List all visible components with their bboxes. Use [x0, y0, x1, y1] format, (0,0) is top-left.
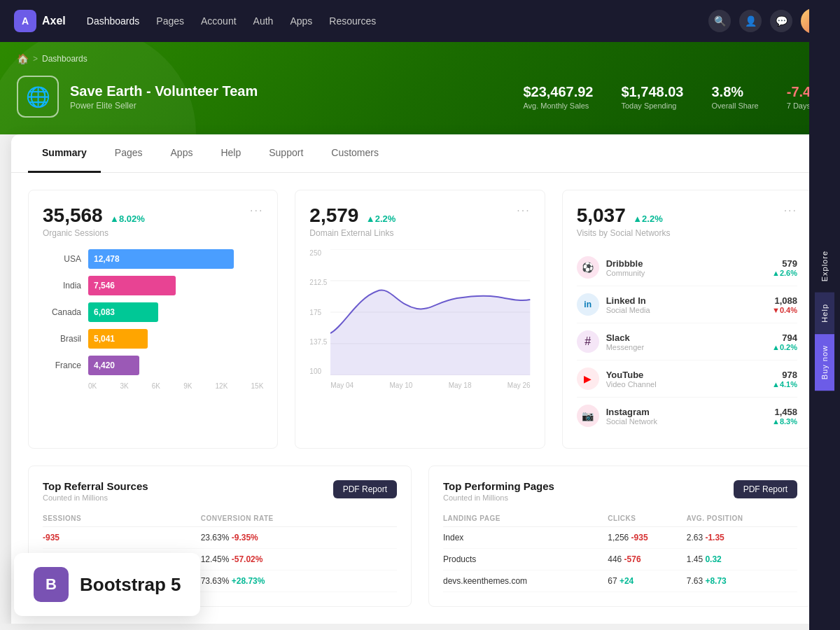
social-value: 579	[772, 258, 797, 269]
social-type: Social Network	[606, 417, 765, 426]
nav-link-apps[interactable]: Apps	[290, 15, 312, 27]
stat-monthly-sales: $23,467.92 Avg. Monthly Sales	[523, 84, 593, 110]
line-chart: 250 212.5 175 137.5 100	[309, 249, 530, 389]
social-stats: 978 ▲4.1%	[772, 370, 797, 388]
section-header: Top Referral Sources Counted in Millions…	[43, 480, 397, 502]
breadcrumb-home[interactable]: 🏠	[17, 53, 29, 64]
col-avg-pos: AVG. POSITION	[687, 510, 797, 527]
buy-now-btn[interactable]: Buy now	[815, 334, 834, 391]
widget-title-area: 5,037 ▲2.2% Visits by Social Networks	[577, 204, 671, 238]
bar-fill: 5,041	[88, 329, 148, 349]
y-label: 175	[309, 309, 327, 316]
bar-fill: 4,420	[88, 356, 139, 375]
explore-btn[interactable]: Explore	[815, 239, 834, 293]
nav-link-pages[interactable]: Pages	[156, 15, 184, 27]
social-change: ▲2.6%	[772, 269, 797, 277]
widget-menu-btn[interactable]: ···	[517, 204, 530, 217]
page-name: devs.keenthemes.com	[443, 570, 608, 592]
social-name: Instagram	[606, 407, 765, 417]
x-label: May 04	[330, 382, 354, 389]
hero-stats: $23,467.92 Avg. Monthly Sales $1,748.03 …	[523, 84, 823, 110]
bar-fill: 7,546	[88, 276, 176, 295]
social-row-youtube: ▶ YouTube Video Channel 978 ▲4.1%	[577, 360, 797, 398]
x-label: May 18	[449, 382, 472, 389]
bar-label: France	[43, 360, 81, 370]
stat-today-spending: $1,748.03 Today Spending	[622, 84, 684, 110]
nav-right: 🔍 👤 💬 👤	[708, 8, 826, 34]
stat-value: $1,748.03	[622, 84, 684, 100]
social-name: YouTube	[606, 370, 765, 380]
messages-button[interactable]: 💬	[770, 10, 792, 32]
social-change: ▲4.1%	[772, 380, 797, 388]
social-type: Social Media	[606, 306, 765, 314]
widgets-grid: 35,568 ▲8.02% Organic Sessions ··· USA 1…	[11, 173, 829, 465]
stat-label: Overall Share	[711, 102, 758, 110]
widget-menu-btn[interactable]: ···	[784, 204, 797, 217]
pdf-report-button-2[interactable]: PDF Report	[734, 480, 797, 498]
clicks-value: 446 -576	[608, 549, 686, 570]
domain-links-widget: 2,579 ▲2.2% Domain External Links ··· 25…	[295, 190, 545, 449]
social-type: Video Channel	[606, 380, 765, 388]
tab-apps[interactable]: Apps	[157, 134, 207, 173]
nav-link-dashboards[interactable]: Dashboards	[87, 15, 140, 27]
tab-pages[interactable]: Pages	[101, 134, 157, 173]
widget-menu-btn[interactable]: ···	[250, 204, 263, 217]
line-chart-svg	[330, 249, 530, 375]
sessions-value: -935	[43, 527, 201, 549]
bootstrap-overlay: B Bootstrap 5	[14, 553, 200, 616]
stat-overall-share: 3.8% Overall Share	[711, 84, 758, 110]
bar-row-france: France 4,420	[43, 356, 263, 375]
pdf-report-button[interactable]: PDF Report	[333, 480, 397, 498]
top-pages-data-table: LANDING PAGE CLICKS AVG. POSITION Index …	[443, 510, 797, 592]
social-stats: 1,088 ▼0.4%	[772, 295, 797, 314]
nav-link-resources[interactable]: Resources	[329, 15, 376, 27]
y-label: 250	[309, 249, 327, 257]
hero-title: Save Earth - Volunteer Team	[70, 83, 258, 99]
social-name: Dribbble	[606, 258, 765, 269]
axis-label: 12K	[216, 382, 228, 390]
social-row-linkedin: in Linked In Social Media 1,088 ▼0.4%	[577, 286, 797, 323]
help-btn[interactable]: Help	[815, 293, 834, 334]
bar-wrap: 4,420	[88, 356, 263, 375]
notifications-button[interactable]: 👤	[739, 10, 762, 32]
nav-logo[interactable]: A Axel	[14, 10, 66, 32]
y-label: 212.5	[309, 279, 327, 286]
col-landing-page: LANDING PAGE	[443, 510, 608, 527]
breadcrumb-separator: >	[33, 54, 38, 64]
social-value: 1,088	[772, 295, 797, 306]
logo-name: Axel	[42, 15, 66, 27]
nav-link-account[interactable]: Account	[201, 15, 237, 27]
axis-label: 9K	[183, 382, 192, 390]
y-label: 137.5	[309, 338, 327, 346]
bar-wrap: 12,478	[88, 249, 263, 269]
widget-title-area: 2,579 ▲2.2% Domain External Links	[309, 204, 396, 238]
stat-value: 3.8%	[711, 84, 758, 100]
search-button[interactable]: 🔍	[708, 10, 731, 32]
tabs: Summary Pages Apps Help Support Customer…	[11, 134, 829, 173]
social-stats: 794 ▲0.2%	[772, 332, 797, 351]
widget-value-row: 5,037 ▲2.2%	[577, 204, 671, 227]
col-sessions: SESSIONS	[43, 510, 201, 527]
axis-label: 6K	[152, 382, 160, 390]
nav-link-auth[interactable]: Auth	[253, 15, 274, 27]
bar-axis: 0K 3K 6K 9K 12K 15K	[88, 382, 263, 390]
tab-summary[interactable]: Summary	[28, 134, 101, 173]
top-pages-subtitle: Counted in Millions	[443, 493, 554, 502]
hero-subtitle: Power Elite Seller	[70, 101, 258, 111]
bar-label: USA	[43, 254, 81, 264]
bar-row-brasil: Brasil 5,041	[43, 329, 263, 349]
bar-wrap: 6,083	[88, 302, 263, 322]
social-info: Instagram Social Network	[606, 407, 765, 426]
clicks-value: 67 +24	[608, 570, 686, 592]
y-label: 100	[309, 368, 327, 375]
axis-label: 3K	[120, 382, 128, 390]
tab-help[interactable]: Help	[206, 134, 255, 173]
main-card: Summary Pages Apps Help Support Customer…	[11, 134, 829, 624]
bar-fill: 6,083	[88, 302, 158, 322]
bootstrap-label: Bootstrap 5	[80, 574, 181, 596]
tab-support[interactable]: Support	[255, 134, 317, 173]
nav-links: Dashboards Pages Account Auth Apps Resou…	[87, 15, 687, 27]
dribbble-icon: ⚽	[577, 256, 599, 279]
tab-customers[interactable]: Customers	[317, 134, 393, 173]
bar-chart: USA 12,478 India 7,546 Canada 6,083	[43, 249, 263, 390]
